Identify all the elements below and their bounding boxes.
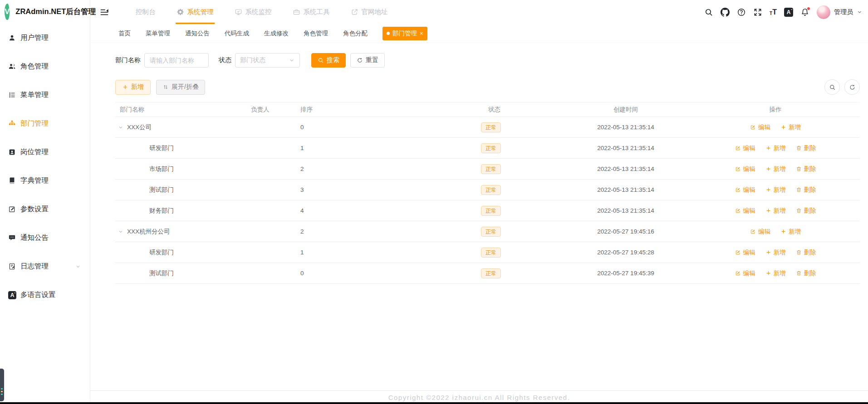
created-time: 2022-05-13 21:35:14	[560, 186, 691, 193]
sidebar-fold-icon[interactable]	[99, 7, 109, 17]
close-icon[interactable]: ×	[420, 30, 423, 36]
nav-item-console[interactable]: 控制台	[136, 0, 156, 24]
dept-name: 市场部门	[118, 165, 174, 173]
edit-icon	[735, 166, 741, 172]
add-child-button[interactable]: 新增	[765, 269, 786, 277]
dept-name-input[interactable]	[144, 53, 209, 68]
sort-arrows-icon	[162, 84, 169, 90]
notification-bell[interactable]	[800, 8, 809, 17]
edit-button[interactable]: 编辑	[750, 123, 770, 131]
logo-row: V ZRAdmin.NET后台管理	[0, 0, 90, 24]
refresh-table-button[interactable]	[844, 79, 860, 95]
dept-order: 1	[297, 145, 478, 151]
user-menu[interactable]: 管理员	[817, 5, 863, 19]
dept-name: 测试部门	[118, 269, 174, 277]
tab-code-generation[interactable]: 代码生成	[225, 29, 249, 38]
add-child-button[interactable]: 新增	[765, 144, 786, 152]
tab-menu-management[interactable]: 菜单管理	[146, 29, 170, 38]
collapse-caret-icon[interactable]	[118, 125, 123, 130]
sidebar-item-languages[interactable]: Aˣ 多语言设置	[0, 281, 90, 309]
delete-button[interactable]: 删除	[796, 165, 816, 173]
delete-button[interactable]: 删除	[796, 207, 816, 215]
column-header: 排序	[297, 106, 478, 114]
nav-item-system-management[interactable]: 系统管理	[177, 0, 214, 24]
nav-item-official-site[interactable]: 官网地址	[351, 0, 388, 24]
top-navbar: 控制台 系统管理 系统监控 系统工具 官网地址	[90, 0, 868, 24]
help-icon[interactable]	[737, 8, 746, 17]
add-child-button[interactable]: 新增	[765, 248, 786, 257]
font-size-icon[interactable]: TT	[770, 9, 777, 16]
refresh-icon	[849, 84, 856, 91]
tab-generation-edit[interactable]: 生成修改	[264, 29, 289, 38]
sidebar-item-menus[interactable]: 菜单管理	[0, 81, 90, 109]
edit-button[interactable]: 编辑	[735, 269, 755, 277]
language-switch-icon[interactable]: Aˣ	[784, 8, 793, 17]
dept-name: XXX杭州分公司	[127, 228, 170, 236]
sidebar-item-parameters[interactable]: 参数设置	[0, 195, 90, 224]
sidebar-item-posts[interactable]: 岗位管理	[0, 138, 90, 166]
tab-role-management[interactable]: 角色管理	[304, 29, 328, 38]
sidebar-item-label: 通知公告	[20, 233, 49, 243]
edit-button[interactable]: 编辑	[735, 144, 755, 152]
add-child-button[interactable]: 新增	[765, 207, 786, 215]
status-badge: 正常	[481, 185, 501, 195]
add-child-button[interactable]: 新增	[780, 228, 801, 236]
search-icon	[829, 84, 836, 91]
sidebar-item-departments[interactable]: 部门管理	[0, 109, 90, 138]
edit-button[interactable]: 编辑	[735, 165, 755, 173]
sidebar-item-dictionary[interactable]: 字典管理	[0, 166, 90, 195]
status-badge: 正常	[481, 206, 501, 216]
sidebar-item-notices[interactable]: 通知公告	[0, 224, 90, 252]
search-icon[interactable]	[704, 8, 713, 17]
plus-icon	[765, 166, 771, 172]
tab-notices[interactable]: 通知公告	[185, 29, 210, 38]
expand-collapse-label: 展开/折叠	[172, 83, 199, 91]
delete-button[interactable]: 删除	[796, 269, 816, 277]
monitor-icon	[235, 8, 242, 16]
chevron-down-icon	[289, 57, 295, 63]
delete-button[interactable]: 删除	[796, 144, 816, 152]
fullscreen-icon[interactable]	[753, 8, 762, 17]
status-select[interactable]: 部门状态	[235, 53, 300, 68]
external-link-icon	[351, 8, 358, 16]
dept-order: 4	[297, 207, 478, 214]
status-badge: 正常	[481, 227, 501, 237]
nav-item-system-monitor[interactable]: 系统监控	[235, 0, 272, 24]
github-icon[interactable]	[721, 8, 730, 17]
username: 管理员	[834, 8, 853, 16]
tab-department-management[interactable]: 部门管理 ×	[383, 27, 427, 40]
plus-icon	[765, 187, 771, 193]
dept-name: 研发部门	[118, 144, 174, 152]
nav-item-system-tools[interactable]: 系统工具	[293, 0, 330, 24]
roles-icon	[8, 63, 16, 70]
add-child-button[interactable]: 新增	[780, 123, 801, 131]
sidebar-item-label: 日志管理	[20, 262, 49, 271]
edit-button[interactable]: 编辑	[735, 186, 755, 194]
sidebar-item-label: 多语言设置	[20, 290, 56, 300]
add-child-button[interactable]: 新增	[765, 186, 786, 194]
status-select-placeholder: 部门状态	[240, 56, 265, 64]
tabbar: 首页 菜单管理 通知公告 代码生成 生成修改 角色管理 角色分配 部门管理 ×	[90, 24, 868, 43]
tab-role-assign[interactable]: 角色分配	[343, 29, 368, 38]
sidebar-item-roles[interactable]: 角色管理	[0, 52, 90, 81]
reset-button[interactable]: 重置	[350, 53, 385, 68]
add-child-button[interactable]: 新增	[765, 165, 786, 173]
delete-button[interactable]: 删除	[796, 248, 816, 257]
sidebar-item-users[interactable]: 用户管理	[0, 24, 90, 52]
tab-home[interactable]: 首页	[118, 29, 131, 38]
delete-button[interactable]: 删除	[796, 186, 816, 194]
show-search-button[interactable]	[824, 79, 840, 95]
collapse-caret-icon[interactable]	[118, 229, 123, 234]
edit-button[interactable]: 编辑	[735, 207, 755, 215]
notification-dot	[807, 7, 810, 10]
plus-icon	[780, 124, 786, 130]
expand-collapse-button[interactable]: 展开/折叠	[156, 80, 205, 95]
add-button[interactable]: 新增	[115, 80, 151, 95]
edit-button[interactable]: 编辑	[735, 248, 755, 257]
sidebar-item-logs[interactable]: 日志管理	[0, 252, 90, 281]
chevron-down-icon	[857, 9, 863, 15]
search-button[interactable]: 搜索	[311, 53, 346, 68]
edit-button[interactable]: 编辑	[750, 228, 770, 236]
pen-square-icon	[8, 205, 16, 213]
column-header: 状态	[478, 106, 560, 114]
